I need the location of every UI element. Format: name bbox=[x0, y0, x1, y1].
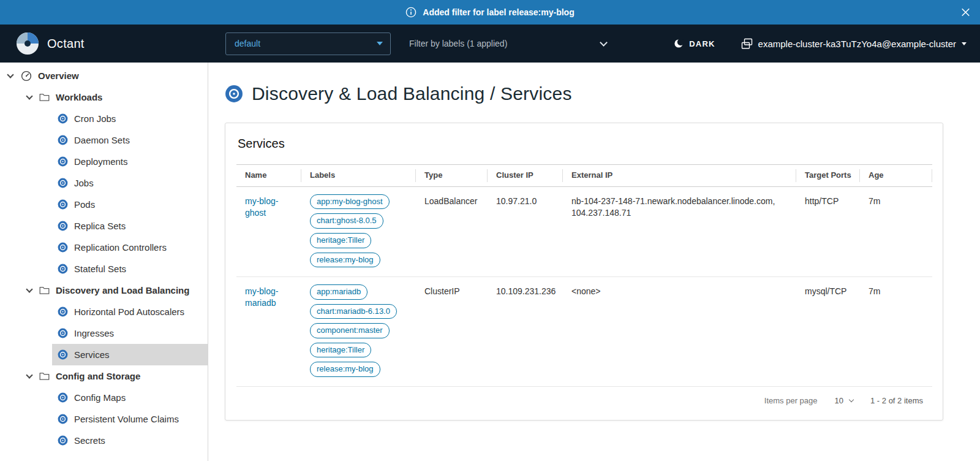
sidebar-item-pods[interactable]: Pods bbox=[0, 194, 208, 215]
target-ports-cell: mysql/TCP bbox=[796, 277, 860, 387]
close-icon[interactable] bbox=[961, 8, 970, 17]
service-name-cell: my-blog-ghost bbox=[236, 186, 301, 276]
sidebar-group-workloads[interactable]: Workloads bbox=[0, 86, 208, 108]
label-badge-row: heritage:Tiller bbox=[310, 343, 407, 358]
label-filter-text: Filter by labels (1 applied) bbox=[409, 39, 507, 48]
sidebar-item-ingresses[interactable]: Ingresses bbox=[0, 322, 208, 344]
external-ip-cell: nb-104-237-148-71.newark.nodebalancer.li… bbox=[563, 186, 796, 276]
persistent-volume-claims-icon bbox=[58, 414, 68, 424]
folder-icon bbox=[39, 93, 50, 102]
page-title: Discovery & Load Balancing / Services bbox=[225, 83, 943, 104]
label-badge[interactable]: chart:mariadb-6.13.0 bbox=[310, 304, 397, 319]
chevron-down-icon bbox=[377, 42, 383, 45]
label-filter-select[interactable]: Filter by labels (1 applied) bbox=[409, 39, 606, 48]
folder-icon bbox=[39, 286, 50, 295]
services-table-body: my-blog-ghostapp:my-blog-ghostchart:ghos… bbox=[236, 186, 932, 386]
label-badge[interactable]: release:my-blog bbox=[310, 253, 380, 268]
sidebar-item-replica-sets[interactable]: Replica Sets bbox=[0, 215, 208, 237]
sidebar-item-label: Config Maps bbox=[74, 392, 126, 403]
sidebar-item-deployments[interactable]: Deployments bbox=[0, 151, 208, 172]
sidebar-item-services[interactable]: Services bbox=[0, 344, 208, 365]
chevron-down-icon[interactable] bbox=[26, 93, 32, 99]
column-header-type: Type bbox=[416, 165, 488, 187]
type-cell: LoadBalancer bbox=[416, 186, 488, 276]
chevron-down-icon[interactable] bbox=[26, 286, 32, 292]
namespace-select[interactable]: default bbox=[225, 32, 391, 55]
chevron-down-icon[interactable] bbox=[7, 71, 13, 78]
sidebar-group-label: Config and Storage bbox=[56, 371, 140, 381]
app-header: Octant default Filter by labels (1 appli… bbox=[0, 25, 980, 63]
label-badge-row: component:master bbox=[310, 323, 407, 338]
page-layout: OverviewWorkloadsCron JobsDaemon SetsDep… bbox=[0, 63, 980, 461]
label-badge-row: release:my-blog bbox=[310, 362, 407, 377]
sidebar-item-horizontal-pod-autoscalers[interactable]: Horizontal Pod Autoscalers bbox=[0, 301, 208, 322]
namespace-value: default bbox=[235, 39, 260, 48]
cluster-select[interactable]: example-cluster-ka3TuTzYo4a@example-clus… bbox=[741, 38, 967, 50]
cluster-name: example-cluster-ka3TuTzYo4a@example-clus… bbox=[758, 39, 956, 49]
cluster-icon bbox=[741, 38, 753, 50]
sidebar-item-config-maps[interactable]: Config Maps bbox=[0, 387, 208, 408]
sidebar-item-label: Persistent Volume Claims bbox=[74, 414, 179, 424]
label-badge[interactable]: app:my-blog-ghost bbox=[310, 194, 390, 210]
card-title: Services bbox=[238, 137, 932, 151]
label-badge[interactable]: release:my-blog bbox=[310, 362, 380, 377]
secrets-icon bbox=[58, 435, 68, 446]
chevron-down-icon[interactable] bbox=[26, 371, 32, 378]
column-header-target-ports: Target Ports bbox=[796, 165, 860, 187]
sidebar-group-config-and-storage[interactable]: Config and Storage bbox=[0, 365, 208, 387]
octant-logo bbox=[16, 32, 39, 55]
external-ip-cell: <none> bbox=[563, 277, 796, 387]
theme-toggle-button[interactable]: DARK bbox=[674, 39, 715, 48]
label-badge[interactable]: chart:ghost-8.0.5 bbox=[310, 213, 383, 229]
notification-message: Added filter for label release:my-blog bbox=[423, 7, 574, 17]
chevron-down-icon bbox=[600, 39, 608, 47]
pagination-range: 1 - 2 of 2 items bbox=[870, 396, 923, 405]
sidebar-item-label: Overview bbox=[38, 70, 79, 81]
ingresses-icon bbox=[58, 328, 68, 338]
label-badge-row: release:my-blog bbox=[310, 253, 407, 268]
age-cell: 7m bbox=[860, 277, 932, 387]
age-cell: 7m bbox=[860, 186, 932, 276]
sidebar-item-label: Deployments bbox=[74, 156, 128, 167]
sidebar-item-label: Replica Sets bbox=[74, 221, 126, 231]
sidebar-item-daemon-sets[interactable]: Daemon Sets bbox=[0, 129, 208, 151]
horizontal-pod-autoscalers-icon bbox=[58, 307, 68, 317]
theme-toggle-label: DARK bbox=[689, 39, 715, 48]
label-badge[interactable]: component:master bbox=[310, 323, 390, 338]
sidebar-item-label: Jobs bbox=[74, 178, 94, 188]
sidebar-item-secrets[interactable]: Secrets bbox=[0, 430, 208, 451]
sidebar-item-label: Horizontal Pod Autoscalers bbox=[74, 307, 184, 317]
sidebar-item-persistent-volume-claims[interactable]: Persistent Volume Claims bbox=[0, 408, 208, 430]
deployments-icon bbox=[58, 156, 68, 167]
items-per-page-label: Items per page bbox=[764, 396, 818, 405]
app-title: Octant bbox=[47, 37, 85, 51]
sidebar-item-replication-controllers[interactable]: Replication Controllers bbox=[0, 237, 208, 258]
sidebar-item-stateful-sets[interactable]: Stateful Sets bbox=[0, 258, 208, 280]
sidebar-item-jobs[interactable]: Jobs bbox=[0, 172, 208, 194]
label-badge-row: chart:ghost-8.0.5 bbox=[310, 213, 407, 229]
service-name-link[interactable]: my-blog-ghost bbox=[245, 196, 278, 218]
sidebar-item-label: Services bbox=[74, 349, 110, 360]
column-header-cluster-ip: Cluster IP bbox=[488, 165, 563, 187]
sidebar-item-cron-jobs[interactable]: Cron Jobs bbox=[0, 108, 208, 129]
cluster-ip-cell: 10.97.21.0 bbox=[488, 186, 563, 276]
sidebar-item-label: Pods bbox=[74, 199, 95, 210]
label-badge[interactable]: heritage:Tiller bbox=[310, 233, 371, 248]
type-cell: ClusterIP bbox=[416, 277, 488, 387]
label-badge[interactable]: heritage:Tiller bbox=[310, 343, 371, 358]
sidebar-group-discovery-and-load-balancing[interactable]: Discovery and Load Balancing bbox=[0, 280, 208, 301]
sidebar-item-label: Replication Controllers bbox=[74, 242, 167, 253]
services-icon bbox=[58, 349, 68, 360]
cluster-ip-cell: 10.109.231.236 bbox=[488, 277, 563, 387]
daemon-sets-icon bbox=[58, 135, 68, 145]
sidebar-item-overview[interactable]: Overview bbox=[0, 65, 208, 86]
page-size-select[interactable]: 10 bbox=[835, 396, 853, 405]
service-name-link[interactable]: my-blog-mariadb bbox=[245, 286, 278, 308]
label-badge[interactable]: app:mariadb bbox=[310, 284, 368, 300]
column-header-name: Name bbox=[236, 165, 301, 187]
label-badge-row: heritage:Tiller bbox=[310, 233, 407, 248]
chevron-down-icon bbox=[849, 397, 854, 402]
folder-icon bbox=[39, 371, 50, 381]
info-icon bbox=[405, 7, 417, 18]
stateful-sets-icon bbox=[58, 264, 68, 274]
